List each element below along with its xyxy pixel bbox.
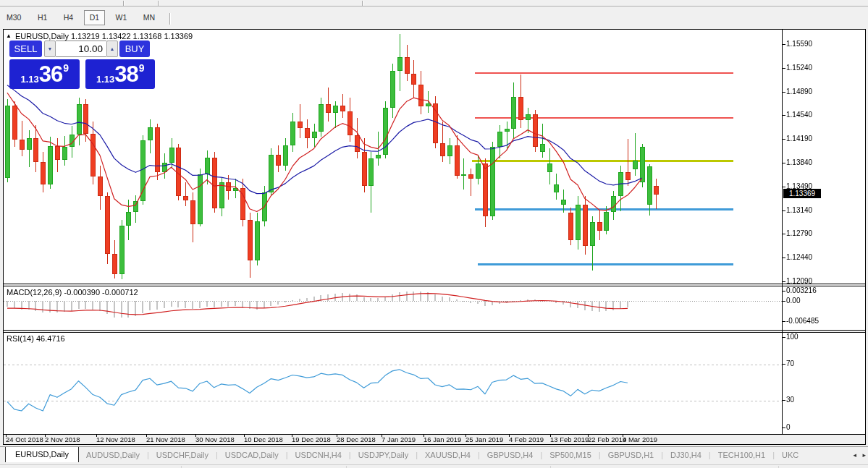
macd-indicator-label: MACD(12,26,9) -0.000390 -0.000712	[7, 288, 138, 297]
date-axis-label: 19 Dec 2018	[292, 435, 331, 443]
macd-axis-label: 0.003216	[786, 286, 817, 294]
rsi-axis-label: 30	[786, 396, 794, 404]
tab-scroll-arrows: ◂ ▸	[844, 451, 866, 459]
rsi-axis-label: 100	[786, 333, 799, 341]
date-axis-label: 28 Dec 2018	[337, 435, 376, 443]
metatrader-window: M30 H1 H4 D1 W1 MN ▲ EURUSD,Daily 1.1321…	[0, 0, 868, 468]
date-axis-label: 30 Nov 2018	[195, 435, 235, 443]
timeframe-button-m30[interactable]: M30	[1, 10, 27, 25]
buy-button[interactable]: BUY	[119, 41, 150, 57]
status-bar	[0, 464, 868, 468]
tab-scroll-left-icon[interactable]: ◂	[853, 451, 856, 459]
price-axis-label: 1.12090	[786, 277, 812, 285]
symbol-tab[interactable]: GBPUSD,H4	[480, 448, 541, 462]
tab-scroll-right-icon[interactable]: ▸	[862, 451, 866, 459]
one-click-trading-panel: SELL ▼ ▲ BUY 1.13 36 9 1.13 38 9	[9, 41, 155, 89]
rsi-axis-label: 70	[786, 359, 794, 367]
timeframe-button-h1[interactable]: H1	[32, 10, 53, 25]
symbol-tab[interactable]: USDCAD,Daily	[218, 448, 286, 462]
timeframe-button-d1[interactable]: D1	[84, 10, 105, 25]
timeframe-button-mn[interactable]: MN	[138, 10, 161, 25]
macd-axis-label: 0.00	[786, 297, 800, 305]
timeframe-toolbar: M30 H1 H4 D1 W1 MN	[0, 7, 868, 29]
toolbar-separator	[362, 1, 363, 6]
buy-price-pip: 9	[139, 62, 145, 74]
buy-price-small: 1.13	[96, 74, 114, 85]
chart-tab-bar: EURUSD,DailyAUDUSD,Daily|USDCHF,Daily|US…	[0, 446, 868, 464]
symbol-tab[interactable]: GBPUSD,H1	[601, 448, 662, 462]
price-axis-label: 1.14190	[786, 135, 812, 142]
date-axis-label: 2 Nov 2018	[45, 435, 80, 443]
date-axis-label: 4 Mar 2019	[623, 435, 657, 443]
collapse-panel-icon[interactable]: ▲	[6, 33, 12, 40]
price-axis-label: 1.12440	[786, 253, 812, 261]
toolbar-separator	[169, 13, 171, 25]
price-axis-label: 1.15590	[786, 40, 812, 48]
symbol-tab[interactable]: DJ30,H4	[663, 448, 709, 462]
sell-price-pip: 9	[63, 62, 69, 74]
date-axis-label: 22 Feb 2019	[588, 435, 626, 443]
symbol-tab[interactable]: UKC	[775, 448, 806, 462]
symbol-tab[interactable]: USDJPY,Daily	[351, 448, 416, 462]
date-axis-label: 10 Dec 2018	[244, 435, 283, 443]
volume-input[interactable]	[56, 41, 106, 57]
buy-price-box[interactable]: 1.13 38 9	[85, 59, 156, 89]
toolbar-separator	[158, 1, 159, 6]
symbol-tab[interactable]: XAUUSD,H4	[418, 448, 478, 462]
chart-title: EURUSD,Daily 1.13219 1.13422 1.13168 1.1…	[15, 32, 193, 41]
symbol-tab[interactable]: SP500,M15	[542, 448, 598, 462]
chart-header: ▲ EURUSD,Daily 1.13219 1.13422 1.13168 1…	[6, 32, 193, 41]
sell-price-box[interactable]: 1.13 36 9	[9, 59, 80, 89]
volume-decrease-icon[interactable]: ▼	[44, 41, 56, 57]
timeframe-button-w1[interactable]: W1	[110, 10, 133, 25]
symbol-tab[interactable]: USDCHF,Daily	[149, 448, 216, 462]
price-axis-label: 1.14890	[786, 88, 812, 95]
rsi-indicator-label: RSI(14) 46.4716	[7, 334, 65, 343]
sell-button[interactable]: SELL	[9, 41, 42, 57]
date-axis-label: 12 Nov 2018	[96, 435, 135, 443]
rsi-axis-label: 0	[786, 423, 791, 431]
volume-increase-icon[interactable]: ▲	[106, 41, 118, 57]
price-axis-label: 1.13140	[786, 206, 812, 214]
date-axis-label: 7 Jan 2019	[382, 435, 416, 443]
symbol-tab[interactable]: TECH100,H1	[711, 448, 772, 462]
trade-controls-row: SELL ▼ ▲ BUY	[9, 41, 155, 57]
sell-price-small: 1.13	[20, 74, 38, 85]
symbol-tab[interactable]: AUDUSD,Daily	[79, 448, 147, 462]
date-axis-label: 13 Feb 2019	[550, 435, 589, 443]
symbol-tab[interactable]: USDCNH,H4	[288, 448, 349, 462]
date-axis-label: 25 Jan 2019	[465, 435, 503, 443]
macd-axis-label: -0.006485	[786, 317, 819, 325]
toolbar-top-strip	[0, 0, 868, 7]
buy-price-big: 38	[114, 63, 138, 85]
toolbar-separator	[123, 1, 125, 6]
symbol-tab-active[interactable]: EURUSD,Daily	[5, 446, 79, 462]
price-axis-label: 1.12790	[786, 229, 812, 237]
trade-prices-row: 1.13 36 9 1.13 38 9	[9, 59, 155, 89]
price-axis-label: 1.15240	[786, 64, 812, 72]
timeframe-button-h4[interactable]: H4	[58, 10, 79, 25]
date-axis-label: 4 Feb 2019	[509, 435, 544, 443]
sell-price-big: 36	[39, 63, 62, 85]
price-axis-label: 1.13840	[786, 158, 812, 166]
date-axis-label: 16 Jan 2019	[424, 435, 461, 443]
current-price-tag: 1.13369	[783, 189, 821, 198]
price-axis-label: 1.14540	[786, 111, 812, 119]
date-axis-label: 24 Oct 2018	[6, 435, 43, 443]
date-axis-label: 21 Nov 2018	[146, 435, 185, 443]
